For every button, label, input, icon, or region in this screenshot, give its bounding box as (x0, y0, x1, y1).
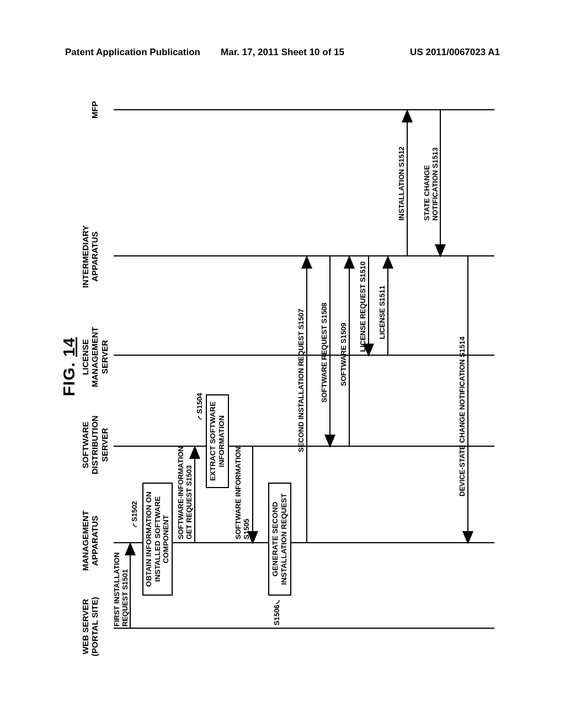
page-header: Patent Application Publication Mar. 17, … (0, 47, 565, 58)
header-right: US 2011/0067023 A1 (410, 47, 500, 58)
label-s1509: SOFTWARE S1509 (339, 323, 348, 386)
label-s1505: SOFTWARE INFORMATIONS1505 (234, 447, 250, 539)
label-s1513: STATE CHANGENOTIFICATION S1513 (423, 147, 439, 221)
label-s1503: SOFTWARE-INFORMATIONGET REQUEST S1503 (177, 446, 193, 539)
label-s1512: INSTALLATION S1512 (397, 146, 406, 221)
label-s1507: SECOND INSTALLATION REQUEST S1507 (297, 309, 305, 452)
label-s1510: LICENSE REQUEST S1510 (359, 261, 367, 352)
label-s1508: SOFTWARE REQUEST S1508 (320, 303, 328, 403)
label-s1504: S1504 (195, 393, 204, 414)
figure-region: FIG. 14 WEB SERVER(PORTAL SITE) MANAGEME… (60, 72, 501, 662)
label-s1511: LICENSE S1511 (378, 285, 386, 339)
label-s1506: S1506 (273, 604, 281, 625)
label-s1501: FIRST INSTALLATIONREQUEST S1501 (113, 552, 129, 627)
header-center: Mar. 17, 2011 Sheet 10 of 15 (221, 47, 344, 58)
figure-workspace: FIG. 14 WEB SERVER(PORTAL SITE) MANAGEME… (60, 72, 501, 662)
label-s1514: DEVICE-STATE CHANGE NOTIFICATION S1514 (458, 336, 466, 496)
header-left: Patent Application Publication (65, 47, 200, 58)
label-s1502: S1502 (130, 501, 138, 522)
